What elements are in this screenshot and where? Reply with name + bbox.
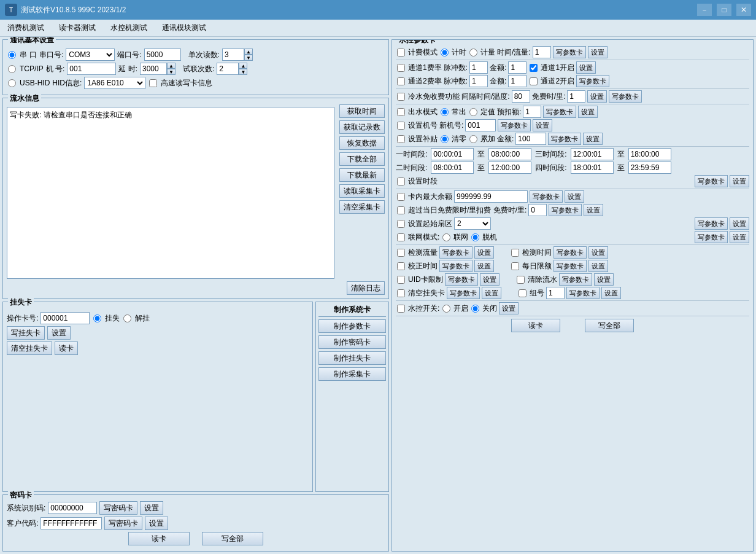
- menu-water[interactable]: 水控机测试: [108, 21, 150, 34]
- free-limit-input[interactable]: 0: [528, 204, 547, 216]
- period1-to[interactable]: 08:00:00: [488, 148, 531, 160]
- water-write-all-btn[interactable]: 写全部: [585, 319, 634, 332]
- download-all-btn[interactable]: 下载全部: [339, 152, 385, 166]
- minimize-button[interactable]: －: [697, 4, 712, 16]
- radio-fix-out[interactable]: [469, 108, 477, 116]
- charge-mode-write-btn[interactable]: 写参数卡: [553, 46, 586, 58]
- radio-offline[interactable]: [471, 233, 479, 241]
- clear-hang-btn[interactable]: 清空挂失卡: [7, 341, 52, 355]
- get-time-btn[interactable]: 获取时间: [339, 104, 385, 118]
- daily-limit-check[interactable]: [511, 262, 519, 270]
- subsidy-write-btn[interactable]: 写参数卡: [548, 133, 581, 145]
- radio-clear[interactable]: [441, 135, 449, 143]
- ch2-rate-check[interactable]: [397, 77, 405, 85]
- radio-water-open[interactable]: [442, 305, 450, 313]
- period4-to[interactable]: 23:59:59: [628, 162, 671, 174]
- read-collector-btn[interactable]: 读取采集卡: [339, 184, 385, 198]
- make-collector-card-btn[interactable]: 制作采集卡: [318, 367, 386, 381]
- group-write-btn[interactable]: 写参数卡: [566, 287, 600, 299]
- high-speed-check[interactable]: [149, 79, 157, 87]
- clear-flow-write-btn[interactable]: 写参数卡: [559, 273, 592, 286]
- clear-hang-card-settings-btn[interactable]: 设置: [482, 287, 501, 299]
- start-zone-settings-btn[interactable]: 设置: [730, 217, 749, 230]
- period4-from[interactable]: 18:00:01: [571, 162, 614, 174]
- sys-id-input[interactable]: 00000000: [48, 502, 97, 514]
- machine-no-check[interactable]: [397, 122, 405, 130]
- radio-normal-out[interactable]: [441, 108, 449, 116]
- write-hang-btn[interactable]: 写挂失卡: [7, 326, 45, 340]
- menu-consumer[interactable]: 消费机测试: [5, 21, 47, 34]
- single-read-up[interactable]: ▲: [244, 49, 253, 55]
- write-password-btn1[interactable]: 写密码卡: [99, 501, 137, 515]
- charge-mode-settings-btn[interactable]: 设置: [588, 46, 608, 58]
- restore-data-btn[interactable]: 恢复数据: [339, 136, 385, 150]
- delay-input[interactable]: [140, 63, 167, 75]
- calibrate-time-settings-btn[interactable]: 设置: [474, 260, 494, 272]
- period3-from[interactable]: 12:00:01: [571, 148, 614, 160]
- ch1-pulse-input[interactable]: 1: [469, 61, 488, 74]
- retry-down[interactable]: ▼: [239, 69, 247, 75]
- network-mode-check[interactable]: [397, 233, 405, 241]
- network-mode-write-btn[interactable]: 写参数卡: [695, 231, 728, 243]
- delay-down[interactable]: ▼: [167, 69, 176, 75]
- radio-hang[interactable]: [93, 314, 101, 322]
- daily-limit-write-btn[interactable]: 写参数卡: [554, 260, 587, 272]
- op-card-input[interactable]: 000001: [40, 312, 90, 324]
- clear-flow-settings-btn[interactable]: 设置: [594, 273, 614, 286]
- max-balance-write-btn[interactable]: 写参数卡: [530, 190, 563, 203]
- cold-water-check[interactable]: [397, 93, 405, 101]
- cold-settings-btn[interactable]: 设置: [587, 90, 607, 103]
- hang-settings-btn[interactable]: 设置: [47, 326, 71, 340]
- out-water-write-btn[interactable]: 写参数卡: [543, 106, 576, 118]
- pre-deduct-input[interactable]: 1: [523, 106, 541, 118]
- make-password-card-btn[interactable]: 制作密码卡: [318, 335, 386, 349]
- radio-usb[interactable]: [8, 79, 16, 87]
- ch2-pulse-input[interactable]: 1: [469, 75, 488, 87]
- group-settings-btn[interactable]: 设置: [601, 287, 621, 299]
- single-read-down[interactable]: ▼: [244, 55, 253, 61]
- network-mode-settings-btn[interactable]: 设置: [730, 231, 749, 243]
- machine-no-write-btn[interactable]: 写参数卡: [498, 119, 531, 131]
- radio-serial[interactable]: [8, 51, 16, 59]
- charge-mode-check[interactable]: [397, 49, 405, 57]
- serial-port-select[interactable]: COM3: [66, 49, 115, 61]
- uid-limit-write-btn[interactable]: 写参数卡: [445, 273, 478, 286]
- detect-flow-check[interactable]: [397, 249, 405, 257]
- radio-measure[interactable]: [469, 49, 477, 57]
- retry-up[interactable]: ▲: [239, 63, 247, 69]
- detect-flow-write-btn[interactable]: 写参数卡: [439, 246, 472, 259]
- water-read-btn[interactable]: 读卡: [511, 319, 560, 332]
- detect-time-settings-btn[interactable]: 设置: [588, 246, 608, 259]
- ch1-open-check[interactable]: [530, 64, 538, 72]
- clear-collector-btn[interactable]: 清空采集卡: [339, 200, 385, 214]
- menu-reader[interactable]: 读卡器测试: [56, 21, 98, 34]
- cold-free-input[interactable]: 1: [567, 90, 585, 103]
- password-settings-btn2[interactable]: 设置: [145, 517, 168, 530]
- clear-hang-card-write-btn[interactable]: 写参数卡: [447, 287, 480, 299]
- set-period-check[interactable]: [397, 178, 405, 185]
- daily-limit-settings-btn[interactable]: 设置: [588, 260, 608, 272]
- start-zone-write-btn[interactable]: 写参数卡: [695, 217, 728, 230]
- port-number-input[interactable]: 5000: [144, 49, 181, 61]
- password-settings-btn1[interactable]: 设置: [140, 501, 163, 515]
- detect-flow-settings-btn[interactable]: 设置: [474, 246, 494, 259]
- write-password-btn2[interactable]: 写密码卡: [104, 517, 142, 530]
- calibrate-time-write-btn[interactable]: 写参数卡: [439, 260, 472, 272]
- radio-tcp[interactable]: [8, 65, 16, 73]
- maximize-button[interactable]: □: [717, 4, 731, 16]
- ch1-amount-input[interactable]: 1: [508, 61, 526, 74]
- out-water-settings-btn[interactable]: 设置: [578, 106, 598, 118]
- cold-write-btn[interactable]: 写参数卡: [609, 90, 642, 103]
- radio-acc[interactable]: [469, 135, 477, 143]
- download-latest-btn[interactable]: 下载最新: [339, 168, 385, 182]
- uid-limit-check[interactable]: [397, 276, 405, 284]
- hid-select[interactable]: 1A86 E010: [84, 77, 145, 89]
- subsidy-amount-input[interactable]: 100: [515, 133, 546, 145]
- cold-interval-input[interactable]: 80: [512, 90, 530, 103]
- single-read-input[interactable]: [222, 49, 244, 61]
- set-period-settings-btn[interactable]: 设置: [730, 175, 749, 187]
- calibrate-time-check[interactable]: [397, 262, 405, 270]
- water-switch-check[interactable]: [397, 305, 405, 313]
- period2-to[interactable]: 12:00:00: [488, 162, 531, 174]
- clear-flow-check[interactable]: [517, 276, 525, 284]
